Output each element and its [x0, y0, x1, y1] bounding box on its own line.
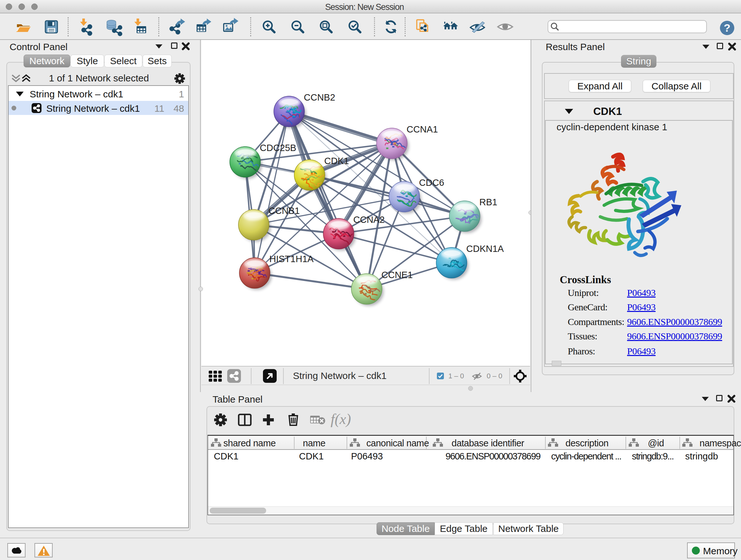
- svg-text:CDC25B: CDC25B: [260, 143, 296, 153]
- svg-text:CDK1: CDK1: [324, 156, 349, 166]
- svg-text:CCNB2: CCNB2: [304, 92, 335, 103]
- svg-text:CCNA1: CCNA1: [407, 124, 438, 134]
- svg-text:CCNA2: CCNA2: [353, 214, 385, 225]
- svg-text:CDKN1A: CDKN1A: [466, 244, 504, 254]
- svg-text:CCNE1: CCNE1: [381, 270, 413, 280]
- svg-text:RB1: RB1: [479, 197, 497, 207]
- svg-text:CDC6: CDC6: [419, 178, 444, 188]
- svg-text:HIST1H1A: HIST1H1A: [269, 254, 314, 264]
- svg-text:CCNB1: CCNB1: [268, 206, 300, 216]
